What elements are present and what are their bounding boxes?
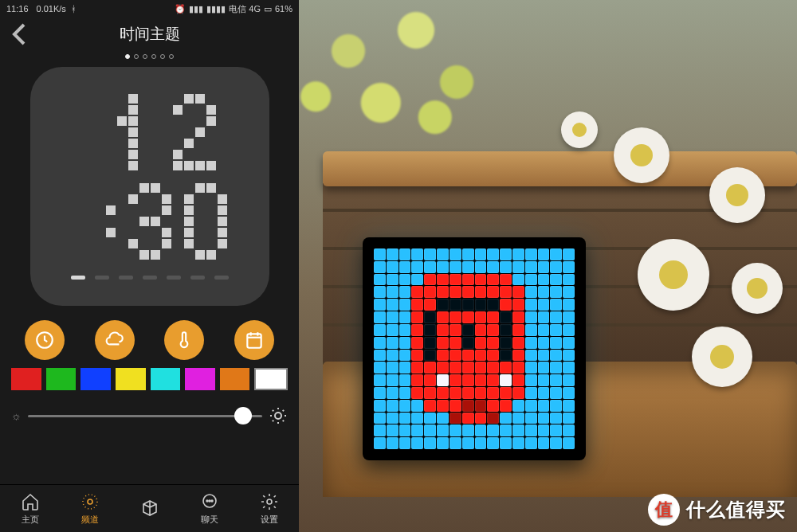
page-indicator[interactable] <box>0 51 299 67</box>
nav-settings[interactable]: 设置 <box>245 491 293 526</box>
watermark-text: 什么值得买 <box>686 497 786 522</box>
pager-dot[interactable] <box>160 54 165 59</box>
clock-mode-button[interactable] <box>25 320 65 360</box>
svg-line-12 <box>273 421 273 421</box>
pager-dot[interactable] <box>134 54 139 59</box>
chat-icon <box>199 491 220 512</box>
weather-mode-button[interactable] <box>95 320 135 360</box>
svg-line-10 <box>273 410 273 411</box>
pager-dot[interactable] <box>125 54 130 59</box>
svg-rect-1 <box>247 334 261 347</box>
color-palette <box>0 368 299 395</box>
svg-point-14 <box>88 499 92 504</box>
svg-point-15 <box>83 495 97 509</box>
page-title: 时间主题 <box>0 24 299 45</box>
color-swatch[interactable] <box>11 368 41 390</box>
status-battery: 61% <box>275 4 292 14</box>
pager-dot[interactable] <box>169 54 174 59</box>
color-swatch[interactable] <box>220 368 250 390</box>
date-dash-row <box>71 276 229 280</box>
status-time: 11:16 <box>6 4 29 14</box>
brightness-high-icon <box>269 406 288 425</box>
pager-dot[interactable] <box>151 54 156 59</box>
svg-point-5 <box>275 413 281 419</box>
svg-point-19 <box>211 500 213 502</box>
box-icon <box>139 498 160 518</box>
bottom-nav: 主页频道聊天设置 <box>0 484 299 532</box>
brightness-thumb[interactable] <box>234 407 252 424</box>
svg-line-13 <box>283 410 284 411</box>
color-swatch[interactable] <box>254 368 288 390</box>
channel-icon <box>80 491 100 512</box>
temperature-mode-button[interactable] <box>164 320 204 360</box>
color-swatch[interactable] <box>116 368 146 390</box>
brightness-slider[interactable] <box>28 415 262 417</box>
alarm-icon: ⏰ <box>175 4 186 14</box>
clock-preview-card[interactable] <box>30 67 269 306</box>
brightness-low-icon: ☼ <box>11 409 22 422</box>
home-icon <box>20 491 41 512</box>
pager-dot[interactable] <box>143 54 147 59</box>
settings-icon <box>259 491 280 512</box>
nav-home[interactable]: 主页 <box>6 491 54 526</box>
battery-icon: ▭ <box>264 4 272 14</box>
watermark: 值 什么值得买 <box>648 494 786 526</box>
status-carrier: 电信 4G <box>229 3 261 15</box>
color-swatch[interactable] <box>185 368 215 390</box>
app-header: 时间主题 <box>0 18 299 51</box>
calendar-mode-button[interactable] <box>234 320 274 360</box>
svg-line-11 <box>283 421 284 421</box>
color-swatch[interactable] <box>80 368 111 390</box>
nav-box[interactable] <box>126 498 174 520</box>
pixel-device <box>363 237 586 460</box>
phone-screen: 11:16 0.01K/s ᚼ ⏰ ▮▮▮ ▮▮▮▮ 电信 4G ▭ 61% 时… <box>0 0 299 532</box>
signal2-icon: ▮▮▮▮ <box>206 4 226 14</box>
status-net-speed: 0.01K/s <box>37 4 66 14</box>
brightness-slider-row: ☼ <box>0 395 299 432</box>
status-bar: 11:16 0.01K/s ᚼ ⏰ ▮▮▮ ▮▮▮▮ 电信 4G ▭ 61% <box>0 0 299 18</box>
svg-point-20 <box>267 499 272 504</box>
nav-channel[interactable]: 频道 <box>66 491 114 526</box>
nav-chat[interactable]: 聊天 <box>186 491 234 526</box>
signal-icon: ▮▮▮ <box>189 4 203 14</box>
bluetooth-icon: ᚼ <box>71 4 77 14</box>
function-row <box>0 306 299 368</box>
svg-point-17 <box>206 500 208 502</box>
svg-point-18 <box>209 500 210 502</box>
clock-pixel-grid <box>61 94 238 271</box>
color-swatch[interactable] <box>46 368 77 390</box>
watermark-badge: 值 <box>648 494 680 526</box>
led-grid <box>374 248 575 449</box>
product-photo: 值 什么值得买 <box>299 0 797 532</box>
color-swatch[interactable] <box>151 368 181 390</box>
